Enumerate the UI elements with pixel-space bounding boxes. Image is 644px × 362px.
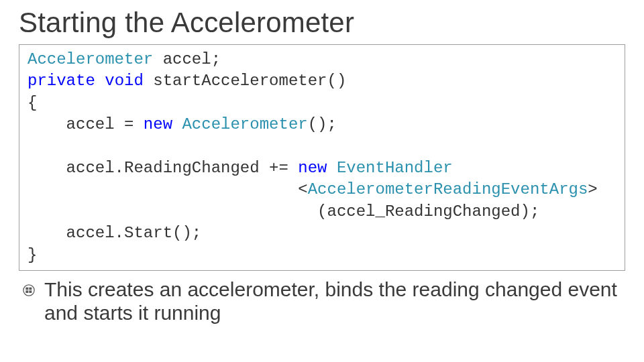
- code-text: accel.Start();: [28, 224, 201, 242]
- code-text: ();: [308, 115, 337, 133]
- code-block: Accelerometer accel; private void startA…: [19, 44, 625, 271]
- svg-point-0: [23, 285, 34, 296]
- bullet-text: This creates an accelerometer, binds the…: [44, 278, 625, 325]
- svg-rect-3: [25, 290, 28, 293]
- code-text: accel;: [153, 50, 221, 68]
- windows-bullet-icon: [23, 284, 35, 299]
- code-keyword: new: [298, 159, 327, 177]
- svg-rect-4: [29, 290, 32, 293]
- page-title: Starting the Accelerometer: [19, 7, 625, 39]
- code-text: [172, 115, 182, 133]
- code-keyword: void: [105, 72, 144, 90]
- code-text: accel.ReadingChanged +=: [28, 159, 298, 177]
- code-text: <: [28, 180, 308, 198]
- svg-rect-2: [29, 288, 32, 290]
- code-text: (accel_ReadingChanged);: [28, 202, 539, 221]
- code-text: >: [588, 180, 597, 198]
- code-text: [95, 72, 105, 90]
- slide: Starting the Accelerometer Accelerometer…: [0, 0, 644, 362]
- code-text: accel =: [28, 115, 144, 133]
- code-keyword: private: [28, 72, 95, 90]
- code-type: Accelerometer: [28, 50, 153, 68]
- code-text: startAccelerometer(): [144, 72, 346, 90]
- code-type: EventHandler: [337, 159, 453, 177]
- code-keyword: new: [144, 115, 172, 133]
- code-type: AccelerometerReadingEventArgs: [308, 180, 588, 198]
- code-type: Accelerometer: [182, 115, 307, 133]
- bullet-item: This creates an accelerometer, binds the…: [19, 278, 625, 325]
- code-text: {: [28, 94, 37, 112]
- code-text: [327, 159, 336, 177]
- svg-rect-1: [25, 288, 28, 290]
- code-text: }: [28, 246, 37, 264]
